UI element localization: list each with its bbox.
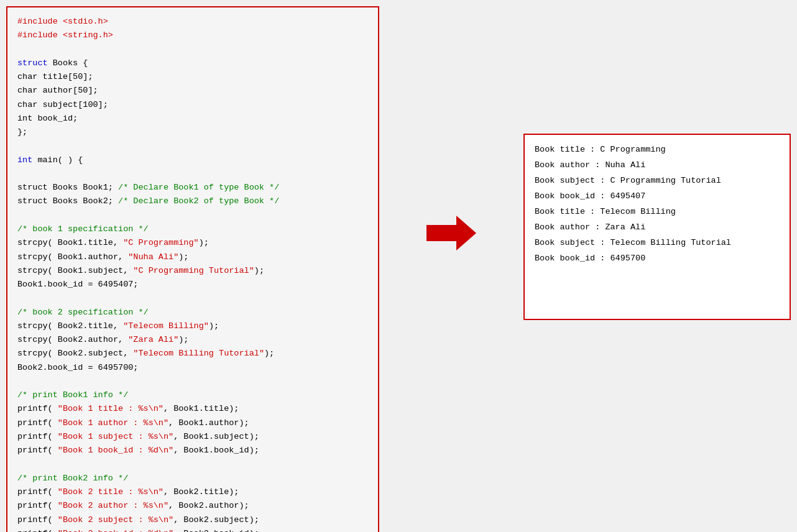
code-line [17, 139, 368, 153]
code-line: struct Books { [17, 57, 368, 70]
code-line: printf( "Book 2 subject : %s\n", Book2.s… [17, 513, 368, 527]
code-line: int main( ) { [17, 154, 368, 167]
code-line: char author[50]; [17, 84, 368, 98]
code-line [17, 209, 368, 222]
code-line: strcpy( Book1.author, "Nuha Ali"); [17, 250, 368, 264]
code-line: Book2.book_id = 6495700; [17, 361, 368, 375]
code-line: /* print Book1 info */ [17, 388, 368, 402]
code-line: struct Books Book1; /* Declare Book1 of … [17, 181, 368, 195]
output-panel: Book title : C ProgrammingBook author : … [523, 134, 791, 320]
code-line: /* print Book2 info */ [17, 472, 368, 485]
code-panel: #include <stdio.h>#include <string.h> st… [6, 6, 379, 532]
code-line: printf( "Book 1 title : %s\n", Book1.tit… [17, 402, 368, 416]
code-line: strcpy( Book2.subject, "Telecom Billing … [17, 347, 368, 360]
output-line: Book subject : C Programming Tutorial [535, 173, 780, 189]
code-line [17, 291, 368, 305]
code-line: /* book 1 specification */ [17, 222, 368, 236]
code-line: printf( "Book 1 author : %s\n", Book1.au… [17, 416, 368, 430]
code-line: struct Books Book2; /* Declare Book2 of … [17, 195, 368, 208]
output-line: Book title : C Programming [535, 142, 780, 158]
code-line: strcpy( Book2.title, "Telecom Billing"); [17, 319, 368, 333]
code-line: printf( "Book 2 book_id : %d\n", Book2.b… [17, 527, 368, 532]
code-line: printf( "Book 2 author : %s\n", Book2.au… [17, 499, 368, 513]
code-line: printf( "Book 1 book_id : %d\n", Book1.b… [17, 444, 368, 457]
code-line: printf( "Book 1 subject : %s\n", Book1.s… [17, 430, 368, 444]
code-line [17, 458, 368, 472]
code-line [17, 167, 368, 181]
output-line: Book author : Nuha Ali [535, 158, 780, 173]
code-line: int book_id; [17, 112, 368, 126]
code-line: /* book 2 specification */ [17, 306, 368, 319]
code-line: #include <string.h> [17, 29, 368, 42]
code-line [17, 375, 368, 388]
output-line: Book subject : Telecom Billing Tutorial [535, 236, 780, 251]
output-line: Book book_id : 6495700 [535, 251, 780, 267]
code-line: char title[50]; [17, 70, 368, 84]
code-line: }; [17, 126, 368, 139]
code-line: strcpy( Book2.author, "Zara Ali"); [17, 333, 368, 347]
code-line: strcpy( Book1.subject, "C Programming Tu… [17, 264, 368, 278]
code-line: #include <stdio.h> [17, 15, 368, 29]
code-line: printf( "Book 2 title : %s\n", Book2.tit… [17, 485, 368, 499]
right-arrow-icon [426, 218, 476, 249]
code-line: strcpy( Book1.title, "C Programming"); [17, 236, 368, 250]
code-line: char subject[100]; [17, 98, 368, 112]
output-line: Book book_id : 6495407 [535, 189, 780, 204]
code-line: Book1.book_id = 6495407; [17, 278, 368, 291]
output-line: Book author : Zara Ali [535, 220, 780, 236]
code-line [17, 43, 368, 57]
output-line: Book title : Telecom Billing [535, 204, 780, 220]
arrow-container [420, 6, 482, 249]
